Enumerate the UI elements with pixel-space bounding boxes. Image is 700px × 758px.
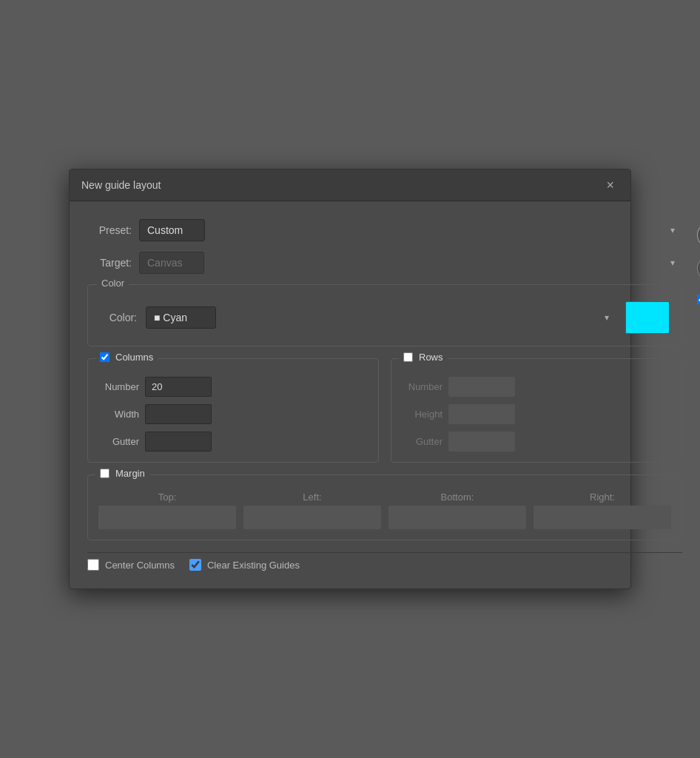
columns-width-row: Width bbox=[98, 404, 368, 424]
dialog: New guide layout × Preset: Custom Defaul… bbox=[69, 169, 631, 589]
margin-title: Margin bbox=[115, 468, 145, 479]
margin-bottom-input[interactable] bbox=[388, 506, 526, 529]
bottom-row: Center Columns Clear Existing Guides bbox=[87, 552, 682, 574]
rows-number-label: Number bbox=[402, 381, 442, 392]
columns-header: Columns bbox=[95, 352, 158, 363]
two-col-section: Columns Number Width Gutter bbox=[87, 358, 682, 463]
margin-right-input[interactable] bbox=[534, 506, 671, 529]
columns-gutter-input[interactable] bbox=[145, 432, 212, 452]
margin-left-input[interactable] bbox=[243, 506, 381, 529]
preset-label: Preset: bbox=[87, 224, 132, 236]
cancel-button[interactable]: Cancel bbox=[697, 255, 700, 281]
color-row: Color: ■ CyanMagentaYellowBlack bbox=[100, 297, 670, 334]
color-swatch[interactable] bbox=[625, 301, 670, 334]
columns-number-input[interactable] bbox=[145, 377, 212, 397]
dialog-title: New guide layout bbox=[81, 179, 161, 191]
margin-header: Margin bbox=[95, 468, 149, 479]
rows-height-label: Height bbox=[402, 409, 442, 420]
clear-guides-wrapper[interactable]: Clear Existing Guides bbox=[189, 559, 300, 571]
main-area: Preset: Custom Default Target: Canvas bbox=[87, 219, 682, 574]
color-select-wrapper: ■ CyanMagentaYellowBlack bbox=[146, 306, 616, 329]
rows-box: Rows Number Height Gutter bbox=[391, 358, 682, 463]
clear-guides-checkbox[interactable] bbox=[189, 559, 201, 571]
preview-checkbox[interactable] bbox=[697, 295, 700, 304]
ok-button[interactable]: OK bbox=[697, 222, 700, 248]
rows-header: Rows bbox=[399, 352, 448, 363]
center-columns-wrapper[interactable]: Center Columns bbox=[87, 559, 175, 571]
columns-gutter-row: Gutter bbox=[98, 432, 368, 452]
rows-gutter-input[interactable] bbox=[448, 432, 515, 452]
color-label: Color: bbox=[100, 312, 137, 323]
preview-row: Preview bbox=[697, 293, 700, 305]
center-columns-label: Center Columns bbox=[105, 560, 175, 571]
target-row: Target: Canvas bbox=[87, 252, 682, 274]
columns-width-label: Width bbox=[98, 409, 139, 420]
color-section: Color Color: ■ CyanMagentaYellowBlack bbox=[87, 284, 682, 346]
columns-title: Columns bbox=[115, 352, 153, 363]
columns-box: Columns Number Width Gutter bbox=[87, 358, 379, 463]
rows-checkbox[interactable] bbox=[403, 352, 413, 362]
target-label: Target: bbox=[87, 257, 132, 269]
margin-right-label: Right: bbox=[534, 492, 671, 503]
rows-height-input[interactable] bbox=[448, 404, 515, 424]
side-area: OK Cancel Preview bbox=[697, 219, 700, 574]
rows-number-input[interactable] bbox=[448, 377, 515, 397]
margin-top-label: Top: bbox=[98, 492, 236, 503]
clear-guides-label: Clear Existing Guides bbox=[207, 560, 300, 571]
preset-select-wrapper: Custom Default bbox=[139, 219, 682, 241]
color-section-title: Color bbox=[97, 278, 129, 289]
columns-fields: Number Width Gutter bbox=[98, 377, 368, 452]
close-button[interactable]: × bbox=[602, 177, 619, 193]
columns-number-row: Number bbox=[98, 377, 368, 397]
target-select[interactable]: Canvas bbox=[139, 252, 204, 274]
columns-number-label: Number bbox=[98, 381, 139, 392]
rows-number-row: Number bbox=[402, 377, 671, 397]
columns-checkbox[interactable] bbox=[100, 352, 110, 362]
margin-labels-row: Top: Left: Bottom: Right: bbox=[98, 492, 671, 503]
center-columns-checkbox[interactable] bbox=[87, 559, 99, 571]
rows-gutter-row: Gutter bbox=[402, 432, 671, 452]
margin-bottom-label: Bottom: bbox=[388, 492, 526, 503]
rows-title: Rows bbox=[419, 352, 443, 363]
rows-fields: Number Height Gutter bbox=[402, 377, 671, 452]
columns-width-input[interactable] bbox=[145, 404, 212, 424]
columns-gutter-label: Gutter bbox=[98, 436, 139, 447]
color-select[interactable]: ■ CyanMagentaYellowBlack bbox=[146, 306, 216, 329]
margin-checkbox[interactable] bbox=[100, 469, 110, 478]
target-select-wrapper: Canvas bbox=[139, 252, 682, 274]
margin-inputs-row bbox=[98, 506, 671, 529]
preset-row: Preset: Custom Default bbox=[87, 219, 682, 241]
preset-select[interactable]: Custom Default bbox=[139, 219, 205, 241]
dialog-body: Preset: Custom Default Target: Canvas bbox=[70, 201, 630, 588]
margin-left-label: Left: bbox=[243, 492, 381, 503]
margin-section: Margin Top: Left: Bottom: Right: bbox=[87, 474, 682, 540]
rows-height-row: Height bbox=[402, 404, 671, 424]
title-bar: New guide layout × bbox=[70, 170, 630, 201]
rows-gutter-label: Gutter bbox=[402, 436, 442, 447]
margin-top-input[interactable] bbox=[98, 506, 236, 529]
